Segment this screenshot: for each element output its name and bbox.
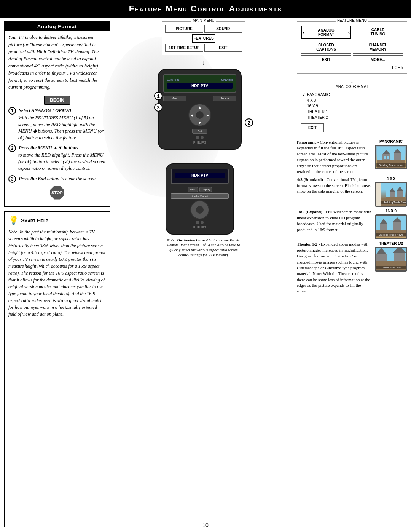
desc-16x9-text: 16:9 (Expand) - Full widescreen mode wit… bbox=[297, 209, 372, 233]
feature-btn-memory[interactable]: CHANNELMEMORY bbox=[353, 41, 403, 54]
svg-rect-6 bbox=[384, 156, 386, 159]
4x3-scene: Building Trade News bbox=[381, 183, 407, 206]
menu-btn-sound[interactable]: SOUND bbox=[204, 25, 242, 33]
remote-bottom-row bbox=[163, 136, 236, 139]
dpad-down[interactable]: ▼ bbox=[198, 121, 202, 125]
analog-exit-area: EXIT bbox=[301, 123, 403, 132]
feature-btn-analog[interactable]: ANALOGFORMAT bbox=[301, 26, 351, 39]
feature-btn-captions[interactable]: CLOSEDCAPTIONS bbox=[301, 41, 351, 54]
remote-2-dot-2 bbox=[201, 221, 204, 224]
left-column: Analog Format Your TV is able to deliver… bbox=[4, 21, 110, 527]
analog-format-header: Analog Format bbox=[5, 22, 110, 31]
menu-btn-1st-time[interactable]: 1ST TIME SETUP bbox=[165, 44, 203, 52]
dpad-up[interactable]: ▲ bbox=[198, 105, 202, 109]
dpad-right[interactable]: ► bbox=[206, 113, 210, 117]
center-column: MAIN MENU PICTURE SOUND FEATURES 1ST TIM… bbox=[114, 21, 293, 527]
remote-2-buttons: Audio Display bbox=[171, 187, 229, 192]
remote-logo: HDR PTV bbox=[167, 83, 233, 89]
remote-screen: 12:57pm Channel HDR PTV bbox=[163, 74, 236, 93]
remote-2-audio[interactable]: Audio bbox=[188, 187, 198, 192]
step-overlay-3: 3 bbox=[154, 103, 162, 112]
menu-btn-exit[interactable]: EXIT bbox=[204, 44, 242, 52]
step-2-number: 2 bbox=[8, 144, 16, 152]
svg-rect-24 bbox=[394, 253, 405, 261]
af-item-16x9[interactable]: 16 X 9 bbox=[301, 103, 403, 109]
stop-icon-area: STOP bbox=[8, 186, 106, 200]
smart-help-title: Smart Help bbox=[21, 217, 48, 224]
panoramic-scene: Building Trade News bbox=[376, 146, 406, 168]
remote-with-labels: 1 2 3 12:57pm Channel HDR PTV bbox=[158, 69, 249, 150]
page-number: 10 bbox=[202, 522, 209, 528]
desc-panoramic-body: Conventional picture is expanded to fill… bbox=[297, 140, 368, 174]
16x9-scene: Building Trade News bbox=[376, 216, 406, 238]
16x9-building-text: Building Trade News bbox=[376, 233, 406, 236]
feature-btn-cable[interactable]: CABLETUNING bbox=[353, 26, 403, 39]
dpad-center-btn[interactable] bbox=[196, 111, 204, 119]
desc-16x9-title: 16:9 (Expand) bbox=[297, 209, 322, 214]
remote-exit-btn[interactable]: Exit bbox=[192, 129, 207, 134]
remote-source-btn[interactable]: Source bbox=[213, 96, 236, 101]
remote-2-display[interactable]: Display bbox=[199, 187, 212, 192]
desc-panoramic: Panoramic - Conventional picture is expa… bbox=[297, 139, 407, 174]
descriptions-section: Panoramic - Conventional picture is expa… bbox=[297, 139, 407, 294]
desc-4x3-text: 4:3 (Standard) - Conventional TV picture… bbox=[297, 177, 372, 194]
theater-scene: Building Trade News bbox=[376, 248, 406, 270]
page-header: Feature Menu Control Adjustments bbox=[0, 0, 411, 18]
analog-format-description: Your TV is able to deliver lifelike, wid… bbox=[8, 34, 106, 91]
tv-remote: 12:57pm Channel HDR PTV Menu Source bbox=[158, 69, 242, 150]
step-2-header: 2 Press the MENU ▲▼ buttons bbox=[8, 144, 106, 152]
svg-rect-7 bbox=[387, 156, 389, 159]
remote-logo-2: HDR PTV bbox=[175, 173, 225, 178]
lightbulb-icon: 💡 bbox=[8, 216, 19, 225]
svg-rect-10 bbox=[390, 192, 395, 197]
feature-menu-label: FEATURE MENU bbox=[336, 18, 368, 22]
feature-menu-grid: ANALOGFORMAT CABLETUNING CLOSEDCAPTIONS … bbox=[301, 26, 403, 64]
svg-rect-22 bbox=[376, 254, 387, 261]
stop-label: STOP bbox=[51, 190, 63, 195]
remote-dot-1 bbox=[196, 136, 199, 139]
step-3-body: button to clear the screen. bbox=[47, 176, 97, 181]
dpad-circle[interactable]: ▲ ▼ ◄ ► bbox=[188, 104, 211, 126]
af-item-theater1[interactable]: THEATER 1 bbox=[301, 109, 403, 115]
tv-preview-4x3-label: 4 X 3 bbox=[375, 177, 407, 181]
step-overlay-2: 2 bbox=[245, 118, 253, 127]
desc-16x9: 16:9 (Expand) - Full widescreen mode wit… bbox=[297, 209, 407, 239]
tv-preview-panoramic: PANORAMIC bbox=[375, 139, 407, 169]
remote-screen-header: 12:57pm Channel bbox=[167, 78, 233, 81]
af-item-panoramic[interactable]: PANORAMIC bbox=[301, 92, 403, 97]
main-layout: Analog Format Your TV is able to deliver… bbox=[0, 18, 411, 531]
af-item-theater2[interactable]: THEATER 2 bbox=[301, 115, 403, 120]
dpad-left[interactable]: ◄ bbox=[190, 113, 194, 117]
tv-screen-4x3: Building Trade News bbox=[375, 182, 407, 207]
remote-2-dpad-circle[interactable] bbox=[190, 200, 209, 219]
begin-button[interactable]: BEGIN bbox=[44, 96, 70, 105]
step-1-header: 1 Select ANALOG FORMAT bbox=[8, 107, 106, 115]
remote-2-dpad-center[interactable] bbox=[196, 206, 204, 214]
page-title: Feature Menu Control Adjustments bbox=[129, 4, 282, 13]
note-caption-text: Note: The Analog Format button on the Pr… bbox=[166, 238, 242, 257]
af-item-4x3[interactable]: 4 X 3 bbox=[301, 97, 403, 103]
step-3-number: 3 bbox=[8, 175, 16, 183]
analog-exit-btn[interactable]: EXIT bbox=[301, 123, 324, 132]
analog-sel-label: ANALOG FORMAT bbox=[334, 85, 370, 89]
desc-4x3: 4:3 (Standard) - Conventional TV picture… bbox=[297, 177, 407, 207]
menu-btn-picture[interactable]: PICTURE bbox=[165, 25, 203, 33]
desc-theater-body: Expanded zoom modes with picture images … bbox=[297, 242, 370, 293]
remote-2-section: HDR PTV Audio Display Analog Format bbox=[166, 157, 242, 257]
4x3-building-text: Building Trade News bbox=[381, 201, 407, 204]
main-menu-label: MAIN MENU bbox=[191, 18, 216, 22]
analog-format-remote-btn[interactable]: Analog Format bbox=[171, 193, 229, 199]
feature-btn-exit[interactable]: EXIT bbox=[301, 55, 351, 64]
desc-4x3-title: 4:3 (Standard) bbox=[297, 177, 323, 182]
step-overlay-1: 1 bbox=[154, 92, 162, 100]
arrow-down-1: ↓ bbox=[202, 58, 206, 66]
remote-menu-btn[interactable]: Menu bbox=[163, 96, 186, 101]
step-3-title: Press the Exit bbox=[19, 176, 46, 181]
desc-theater: Theater 1/2 - Expanded zoom modes with p… bbox=[297, 241, 407, 294]
step-3: 3 Press the Exit button to clear the scr… bbox=[8, 175, 106, 183]
feature-btn-more[interactable]: MORE... bbox=[353, 55, 403, 64]
menu-btn-features[interactable]: FEATURES bbox=[192, 34, 215, 43]
analog-format-title: Analog Format bbox=[37, 24, 77, 29]
feature-menu-box: FEATURE MENU ANALOGFORMAT CABLETUNING CL… bbox=[297, 21, 407, 74]
remote-dpad: ▲ ▼ ◄ ► bbox=[188, 104, 211, 126]
